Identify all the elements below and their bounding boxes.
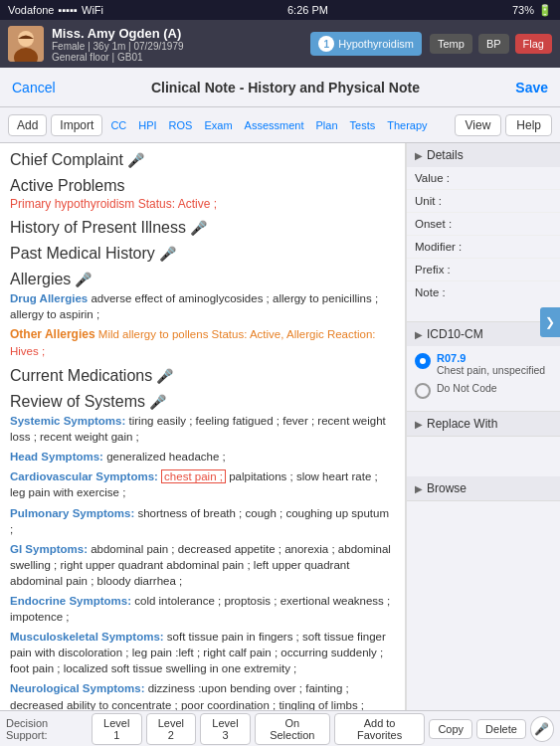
status-bar-left: Vodafone ▪▪▪▪▪ WiFi bbox=[8, 4, 103, 16]
add-button[interactable]: Add bbox=[8, 114, 47, 136]
musculoskeletal-label: Musculoskeletal Symptoms: bbox=[10, 631, 167, 643]
hpi-mic-icon[interactable]: 🎤 bbox=[190, 220, 207, 236]
head-label: Head Symptoms: bbox=[10, 451, 106, 463]
details-arrow-icon: ▶ bbox=[415, 150, 423, 161]
copy-button[interactable]: Copy bbox=[429, 719, 472, 739]
ros-mic-icon[interactable]: 🎤 bbox=[149, 394, 166, 410]
view-button[interactable]: View bbox=[455, 114, 502, 136]
mic-button[interactable]: 🎤 bbox=[530, 716, 554, 742]
tab-exam[interactable]: Exam bbox=[200, 117, 236, 133]
save-button[interactable]: Save bbox=[515, 80, 548, 95]
chest-pain-text: chest pain ; bbox=[161, 469, 226, 483]
gi-label: GI Symptoms: bbox=[10, 543, 91, 555]
clinical-panel: Chief Complaint 🎤 Active Problems Primar… bbox=[0, 143, 406, 710]
endocrine-symptoms-block: Endocrine Symptoms: cold intolerance ; p… bbox=[10, 593, 395, 625]
pmh-mic-icon[interactable]: 🎤 bbox=[159, 246, 176, 262]
musculoskeletal-symptoms-block: Musculoskeletal Symptoms: soft tissue pa… bbox=[10, 629, 395, 676]
icd-section: ▶ ICD10-CM R07.9 Chest pain, unspecified… bbox=[407, 322, 560, 412]
replace-with-header[interactable]: ▶ Replace With bbox=[407, 412, 560, 436]
current-medications-mic-icon[interactable]: 🎤 bbox=[156, 368, 173, 384]
patient-details: Female | 36y 1m | 07/29/1979 General flo… bbox=[52, 41, 302, 63]
right-panel: ▶ Details Value : Unit : Onset : Modifie… bbox=[406, 143, 560, 710]
toolbar: Add Import CC HPI ROS Exam Assessment Pl… bbox=[0, 107, 560, 143]
systemic-label: Systemic Symptoms: bbox=[10, 415, 129, 427]
status-bar-right: 73% 🔋 bbox=[512, 4, 552, 17]
gi-symptoms-block: GI Symptoms: abdominal pain ; decreased … bbox=[10, 541, 395, 589]
bp-button[interactable]: BP bbox=[478, 34, 509, 54]
page-title: Clinical Note - History and Physical Not… bbox=[56, 80, 516, 95]
diagnosis-badge[interactable]: 1 Hypothyroidism bbox=[310, 32, 422, 56]
head-text: generalized headache ; bbox=[106, 451, 226, 463]
icd-items: R07.9 Chest pain, unspecified Do Not Cod… bbox=[407, 346, 560, 411]
level1-button[interactable]: Level 1 bbox=[92, 713, 142, 745]
details-label: Details bbox=[427, 148, 464, 162]
expand-arrow-button[interactable]: ❯ bbox=[540, 307, 560, 337]
cardiovascular-label: Cardiovascular Symptoms: bbox=[10, 470, 161, 482]
pulmonary-symptoms-block: Pulmonary Symptoms: shortness of breath … bbox=[10, 505, 395, 537]
battery-text: 73% bbox=[512, 4, 534, 16]
browse-header[interactable]: ▶ Browse bbox=[407, 476, 560, 500]
icd-desc-2: Do Not Code bbox=[437, 382, 497, 394]
level2-button[interactable]: Level 2 bbox=[146, 713, 197, 745]
temp-button[interactable]: Temp bbox=[430, 34, 472, 54]
onset-field: Onset : bbox=[407, 213, 560, 236]
add-to-favorites-button[interactable]: Add to Favorites bbox=[334, 713, 426, 745]
current-medications-title: Current Medications 🎤 bbox=[10, 367, 395, 385]
help-button[interactable]: Help bbox=[505, 114, 552, 136]
tab-hpi[interactable]: HPI bbox=[134, 117, 160, 133]
bottom-toolbar: Decision Support: Level 1 Level 2 Level … bbox=[0, 710, 560, 746]
delete-button[interactable]: Delete bbox=[476, 719, 526, 739]
on-selection-button[interactable]: On Selection bbox=[255, 713, 330, 745]
patient-avatar bbox=[8, 26, 44, 62]
tab-ros[interactable]: ROS bbox=[165, 117, 197, 133]
head-symptoms-block: Head Symptoms: generalized headache ; bbox=[10, 449, 395, 465]
allergies-mic-icon[interactable]: 🎤 bbox=[75, 272, 92, 287]
pmh-title: Past Medical History 🎤 bbox=[10, 245, 395, 263]
cardiovascular-symptoms-block: Cardiovascular Symptoms: chest pain ; pa… bbox=[10, 468, 395, 500]
icd-item-2-info: Do Not Code bbox=[437, 382, 497, 394]
neurological-label: Neurological Symptoms: bbox=[10, 682, 148, 694]
mic-icon: 🎤 bbox=[534, 722, 549, 736]
import-button[interactable]: Import bbox=[51, 114, 102, 136]
drug-allergies-label: Drug Allergies bbox=[10, 292, 88, 304]
details-header[interactable]: ▶ Details bbox=[407, 143, 560, 167]
tab-therapy[interactable]: Therapy bbox=[383, 117, 431, 133]
level3-button[interactable]: Level 3 bbox=[200, 713, 251, 745]
browse-arrow-icon: ▶ bbox=[415, 483, 423, 494]
patient-header: Miss. Amy Ogden (A) Female | 36y 1m | 07… bbox=[0, 20, 560, 68]
icd-code-1: R07.9 bbox=[437, 352, 545, 364]
pulmonary-label: Pulmonary Symptoms: bbox=[10, 507, 137, 519]
browse-section: ▶ Browse bbox=[407, 476, 560, 501]
endocrine-label: Endocrine Symptoms: bbox=[10, 595, 134, 607]
cancel-button[interactable]: Cancel bbox=[12, 80, 56, 95]
icd-radio-unchecked-icon[interactable] bbox=[415, 383, 431, 399]
tab-tests[interactable]: Tests bbox=[346, 117, 380, 133]
diagnosis-text: Hypothyroidism bbox=[338, 38, 414, 50]
patient-name: Miss. Amy Ogden (A) bbox=[52, 26, 302, 41]
carrier-text: Vodafone bbox=[8, 4, 55, 16]
note-field: Note : bbox=[407, 281, 560, 321]
status-bar: Vodafone ▪▪▪▪▪ WiFi 6:26 PM 73% 🔋 bbox=[0, 0, 560, 20]
icd-arrow-icon: ▶ bbox=[415, 329, 423, 340]
tab-plan[interactable]: Plan bbox=[312, 117, 342, 133]
tab-cc[interactable]: CC bbox=[106, 117, 130, 133]
flag-button[interactable]: Flag bbox=[515, 34, 552, 54]
active-problems-text: Primary hypothyroidism Status: Active ; bbox=[10, 197, 395, 211]
modifier-field: Modifier : bbox=[407, 236, 560, 259]
hpi-title: History of Present Illness 🎤 bbox=[10, 219, 395, 237]
nav-bar: Cancel Clinical Note - History and Physi… bbox=[0, 68, 560, 107]
icd-radio-checked-icon[interactable] bbox=[415, 353, 431, 369]
wifi-icon: WiFi bbox=[82, 4, 103, 16]
allergies-title: Allergies 🎤 bbox=[10, 271, 395, 288]
icd-header[interactable]: ▶ ICD10-CM bbox=[407, 322, 560, 346]
battery-icon: 🔋 bbox=[538, 4, 552, 17]
icd-item-1[interactable]: R07.9 Chest pain, unspecified bbox=[415, 352, 552, 376]
value-field: Value : bbox=[407, 167, 560, 190]
chief-complaint-mic-icon[interactable]: 🎤 bbox=[127, 152, 144, 168]
replace-arrow-icon: ▶ bbox=[415, 419, 423, 430]
tab-assessment[interactable]: Assessment bbox=[241, 117, 308, 133]
drug-allergies-block: Drug Allergies adverse effect of aminogl… bbox=[10, 290, 395, 322]
icd-item-1-info: R07.9 Chest pain, unspecified bbox=[437, 352, 545, 376]
diagnosis-number: 1 bbox=[318, 36, 334, 52]
icd-item-2[interactable]: Do Not Code bbox=[415, 382, 552, 399]
